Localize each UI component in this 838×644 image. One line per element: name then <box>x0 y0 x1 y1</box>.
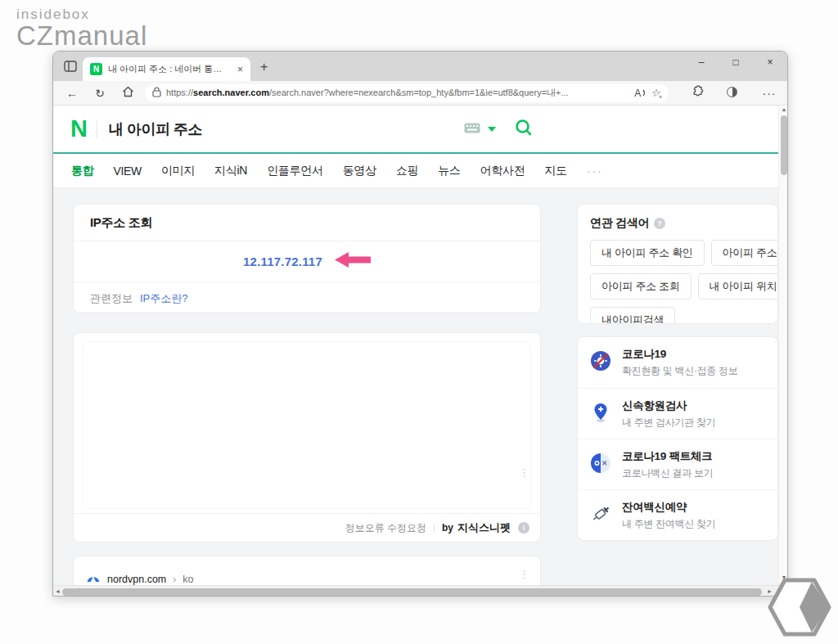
browser-window: N 내 아이피 주소 : 네이버 통합검색 × + – □ × ← ↻ ht <box>52 51 788 597</box>
new-tab-button[interactable]: + <box>260 60 268 74</box>
tab-view[interactable]: VIEW <box>113 164 142 178</box>
syringe-icon <box>590 503 611 528</box>
chip-row: 내 아이피 주소 확인 아이피 주소 검색 <box>590 240 777 266</box>
search-button-icon[interactable] <box>515 119 533 140</box>
covid-item-subtitle: 내 주변 잔여백신 찾기 <box>622 517 715 531</box>
related-info-row: 관련정보 IP주소란? <box>74 282 540 313</box>
tab-influencer[interactable]: 인플루언서 <box>267 164 323 178</box>
tab-image[interactable]: 이미지 <box>161 164 195 178</box>
list-item[interactable]: 잔여백신예약 내 주변 잔여백신 찾기 <box>578 489 777 540</box>
tab-video[interactable]: 동영상 <box>343 164 376 178</box>
url-text: https://search.naver.com/search.naver?wh… <box>166 87 629 99</box>
naver-favicon-icon: N <box>90 63 102 75</box>
scroll-up-icon[interactable]: ▲ <box>779 106 788 112</box>
breadcrumb-separator: › <box>173 574 176 585</box>
address-bar[interactable]: https://search.naver.com/search.naver?wh… <box>145 84 669 102</box>
extensions-icon[interactable] <box>687 85 708 101</box>
search-result-item[interactable]: nordvpn.com › ko ⋮ <box>73 556 541 585</box>
list-item[interactable]: 신속항원검사 내 주변 검사기관 찾기 <box>578 388 777 439</box>
horizontal-scrollbar[interactable]: ◄ ► <box>53 585 787 597</box>
back-icon[interactable]: ← <box>61 87 83 100</box>
input-tool-chevron-icon[interactable] <box>488 127 496 132</box>
tab-kin[interactable]: 지식iN <box>214 164 247 178</box>
tab-title: 내 아이피 주소 : 네이버 통합검색 <box>108 63 229 75</box>
snippet-footer: 정보오류 수정요청 by 지식스니펫 i <box>74 513 540 542</box>
star-plus-badge: + <box>657 94 664 101</box>
tab-actions-menu-icon[interactable] <box>58 55 83 78</box>
header-divider <box>97 120 97 138</box>
url-scheme: https:// <box>166 88 193 97</box>
tab-strip: N 내 아이피 주소 : 네이버 통합검색 × + – □ × <box>53 52 787 81</box>
url-path: /search.naver?where=nexearch&sm=top_hty&… <box>269 88 569 97</box>
page-content: N 내 아이피 주소 통합 VIEW 이미지 <box>53 106 788 585</box>
search-query-input[interactable]: 내 아이피 주소 <box>109 119 202 139</box>
related-searches-card: 연관 검색어 ? 내 아이피 주소 확인 아이피 주소 검색 아이피 주소 조회… <box>577 204 778 324</box>
related-search-chip[interactable]: 아이피 주소 검색 <box>711 240 778 266</box>
tab-map[interactable]: 지도 <box>544 164 566 178</box>
tab-more-icon[interactable]: ··· <box>587 164 603 178</box>
related-search-chip[interactable]: 내 아이피 주소 확인 <box>590 240 705 266</box>
contrast-mode-icon[interactable] <box>721 87 742 100</box>
maximize-button[interactable]: □ <box>730 56 741 68</box>
nordvpn-favicon-icon <box>86 570 101 585</box>
browser-toolbar: ← ↻ https://search.naver.com/search.nave… <box>53 81 787 106</box>
page-canvas: insidebox CZmanual N 내 아이피 주소 : 네이버 통합검색… <box>0 0 838 644</box>
tab-all[interactable]: 통합 <box>71 164 93 178</box>
tab-news[interactable]: 뉴스 <box>438 164 460 178</box>
scroll-left-icon[interactable]: ◄ <box>55 588 61 594</box>
horizontal-scroll-thumb[interactable] <box>62 588 762 596</box>
refresh-icon[interactable]: ↻ <box>89 87 110 100</box>
site-watermark: insidebox CZmanual <box>16 7 147 52</box>
ip-card-title: IP주소 조회 <box>74 205 540 241</box>
ip-value-row: 12.117.72.117 <box>74 241 540 281</box>
insidebox-hexagon-logo <box>765 570 834 644</box>
related-search-chip[interactable]: 내아이피검색 <box>590 307 675 324</box>
related-searches-header: 연관 검색어 ? <box>590 216 777 231</box>
watermark-line2: CZmanual <box>16 20 147 52</box>
footer-source-label: 지식스니펫 <box>457 520 511 535</box>
card-menu-icon[interactable]: ⋮ <box>519 466 529 479</box>
keyboard-icon[interactable] <box>464 122 480 137</box>
favorite-star-icon[interactable]: ☆ + <box>651 87 661 99</box>
result-path[interactable]: ko <box>182 574 193 585</box>
card-menu-icon[interactable]: ⋮ <box>519 568 529 580</box>
settings-more-icon[interactable]: ··· <box>759 87 780 100</box>
chip-row: 아이피 주소 조회 내 아이피 위치 내 <box>590 273 777 299</box>
vertical-scrollbar[interactable]: ▲ ▼ <box>778 106 788 585</box>
covid-item-title: 코로나19 팩트체크 <box>622 449 713 464</box>
main-column: IP주소 조회 12.117.72.117 관련정보 IP주소란? <box>73 188 541 585</box>
related-search-chip[interactable]: 내 아이피 위치 <box>698 273 778 299</box>
list-item[interactable]: 코로나19 팩트체크 코로나백신 결과 보기 <box>578 439 777 489</box>
read-aloud-letter: A <box>634 88 641 99</box>
snippet-placeholder <box>83 341 531 509</box>
results-region: IP주소 조회 12.117.72.117 관련정보 IP주소란? <box>53 188 778 585</box>
related-search-chip[interactable]: 아이피 주소 조회 <box>590 273 692 299</box>
naver-logo[interactable]: N <box>70 115 87 142</box>
search-nav-tabs: 통합 VIEW 이미지 지식iN 인플루언서 동영상 쇼핑 뉴스 어학사전 지도… <box>53 154 778 188</box>
tab-shopping[interactable]: 쇼핑 <box>396 164 418 178</box>
info-icon[interactable]: i <box>518 522 529 534</box>
covid-item-subtitle: 확진현황 및 백신·접종 정보 <box>622 364 738 378</box>
vertical-scroll-thumb[interactable] <box>781 115 787 175</box>
related-info-link[interactable]: IP주소란? <box>140 291 188 306</box>
naver-search-header: N 내 아이피 주소 <box>53 106 778 152</box>
minimize-button[interactable]: – <box>696 56 707 68</box>
footer-divider <box>434 524 435 533</box>
report-error-link[interactable]: 정보오류 수정요청 <box>345 521 426 535</box>
browser-tab[interactable]: N 내 아이피 주소 : 네이버 통합검색 × <box>83 57 250 81</box>
virus-icon <box>590 350 611 375</box>
ip-lookup-card: IP주소 조회 12.117.72.117 관련정보 IP주소란? <box>73 204 541 313</box>
window-controls: – □ × <box>696 56 776 68</box>
tab-dictionary[interactable]: 어학사전 <box>480 164 525 178</box>
list-item[interactable]: 코로나19 확진현황 및 백신·접종 정보 <box>578 337 777 388</box>
covid-item-title: 잔여백신예약 <box>622 500 715 515</box>
location-pin-icon <box>590 402 611 426</box>
lock-icon <box>152 86 161 101</box>
home-icon[interactable] <box>117 86 138 100</box>
read-aloud-icon[interactable]: A <box>634 88 647 99</box>
close-button[interactable]: × <box>764 56 776 68</box>
knowledge-snippet-card: ⋮ 정보오류 수정요청 by 지식스니펫 i <box>73 332 541 543</box>
tab-close-icon[interactable]: × <box>237 64 243 75</box>
help-icon[interactable]: ? <box>654 218 665 229</box>
result-site[interactable]: nordvpn.com <box>107 574 166 585</box>
